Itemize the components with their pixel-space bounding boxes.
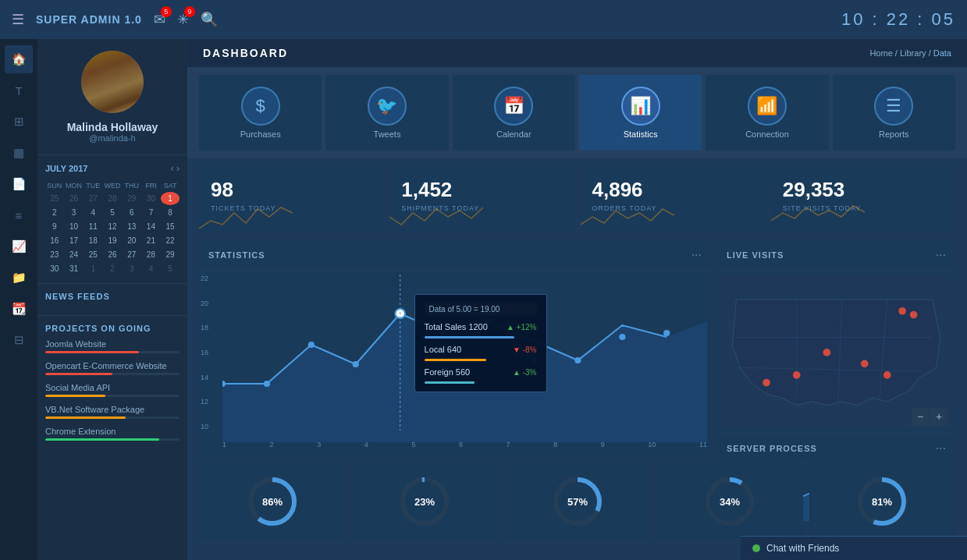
nav-home[interactable]: 🏠: [5, 45, 33, 73]
x-label: 6: [459, 441, 463, 448]
calendar-icon: 📅: [494, 87, 533, 126]
tooltip-bar-3: [425, 381, 475, 384]
cal-day[interactable]: 15: [161, 220, 180, 233]
cal-day-today[interactable]: 1: [161, 192, 180, 205]
mail-icon-badge[interactable]: ✉ 5: [154, 11, 165, 28]
hamburger-icon[interactable]: ☰: [12, 11, 24, 28]
cal-day[interactable]: 6: [123, 206, 141, 219]
cal-day[interactable]: 26: [65, 192, 84, 205]
widget-tweets[interactable]: 🐦 Tweets: [325, 75, 448, 151]
cal-day[interactable]: 3: [123, 262, 141, 275]
chat-widget[interactable]: Chat with Friends: [741, 536, 967, 560]
stat-orders: 4,896 ORDERS TODAY: [581, 166, 765, 232]
widget-calendar[interactable]: 📅 Calendar: [453, 75, 575, 151]
cal-day[interactable]: 2: [45, 206, 64, 219]
cal-day[interactable]: 24: [65, 248, 84, 261]
breadcrumb-library[interactable]: Library: [900, 48, 926, 58]
nav-calendar[interactable]: 📆: [5, 295, 33, 323]
cal-day[interactable]: 14: [142, 220, 161, 233]
widget-connection[interactable]: 📶 Connection: [706, 75, 828, 151]
live-visits-header: LIVE VISITS ···: [717, 240, 955, 271]
mail-badge: 5: [161, 6, 172, 17]
nav-chart[interactable]: 📈: [5, 232, 33, 261]
cal-day[interactable]: 20: [123, 234, 141, 247]
reports-label: Reports: [841, 129, 947, 139]
nav-list[interactable]: ≡: [5, 201, 33, 229]
cal-day[interactable]: 7: [142, 206, 161, 219]
cal-day[interactable]: 16: [45, 234, 64, 247]
cal-day[interactable]: 4: [84, 206, 102, 219]
nav-folder[interactable]: 📁: [5, 264, 33, 292]
search-icon[interactable]: 🔍: [201, 11, 218, 28]
project-name: Joomla Website: [45, 339, 180, 349]
cal-day[interactable]: 5: [103, 206, 122, 219]
cal-day[interactable]: 30: [142, 192, 161, 205]
donut-card-4: 34%: [656, 463, 802, 541]
x-label: 3: [317, 441, 321, 448]
cal-day[interactable]: 28: [142, 248, 161, 261]
nav-table[interactable]: ▦: [5, 139, 33, 167]
cal-day[interactable]: 23: [45, 248, 64, 261]
cal-day[interactable]: 11: [84, 220, 102, 233]
donut-svg-2: 23%: [397, 474, 452, 529]
widget-purchases[interactable]: $ Purchases: [199, 75, 322, 151]
brand-title: SUPER ADMIN 1.0: [36, 13, 142, 26]
calendar-next[interactable]: ›: [176, 163, 180, 174]
cal-day[interactable]: 5: [161, 262, 180, 275]
cal-day[interactable]: 29: [161, 248, 180, 261]
statistics-panel-title: STATISTICS: [208, 250, 265, 260]
cal-day[interactable]: 28: [103, 192, 122, 205]
donut-card-5: 81%: [809, 463, 955, 541]
nav-text[interactable]: T: [5, 76, 33, 105]
clock: 10 : 22 : 05: [841, 9, 955, 30]
cal-day[interactable]: 22: [161, 234, 180, 247]
stat-tickets-value: 98: [211, 178, 372, 202]
widget-reports[interactable]: ☰ Reports: [833, 75, 955, 151]
cal-day[interactable]: 30: [45, 262, 64, 275]
cal-day[interactable]: 13: [123, 220, 141, 233]
cal-day[interactable]: 2: [103, 262, 122, 275]
cal-day[interactable]: 10: [65, 220, 84, 233]
cal-day[interactable]: 17: [65, 234, 84, 247]
donut-svg-1: 86%: [245, 474, 300, 529]
cal-day[interactable]: 8: [161, 206, 180, 219]
cal-day[interactable]: 26: [103, 248, 122, 261]
cal-day[interactable]: 27: [84, 192, 102, 205]
notif-icon-badge[interactable]: ✳ 9: [177, 11, 189, 28]
progress-fill: [45, 438, 159, 441]
cal-day[interactable]: 1: [84, 262, 102, 275]
profile-handle: @malinda-h: [49, 133, 176, 143]
cal-day[interactable]: 12: [103, 220, 122, 233]
bottom-panels: STATISTICS ··· 22 20 18 16 14 12 10: [187, 240, 967, 463]
nav-grid[interactable]: ⊞: [5, 108, 33, 136]
widget-statistics[interactable]: 📊 Statistics: [579, 75, 702, 151]
nav-doc[interactable]: 📄: [5, 170, 33, 198]
cal-day[interactable]: 3: [65, 206, 84, 219]
cal-day[interactable]: 18: [84, 234, 102, 247]
cal-day[interactable]: 9: [45, 220, 64, 233]
y-label: 12: [201, 398, 208, 406]
calendar-prev[interactable]: ‹: [171, 163, 174, 174]
map-zoom-in[interactable]: +: [930, 408, 947, 425]
cal-day[interactable]: 31: [65, 262, 84, 275]
statistics-panel-menu[interactable]: ···: [691, 248, 702, 262]
cal-day[interactable]: 25: [45, 192, 64, 205]
live-visits-menu[interactable]: ···: [936, 248, 946, 262]
cal-day[interactable]: 25: [84, 248, 102, 261]
tooltip-row-3: Foreign 560 ▲ -3%: [425, 367, 537, 377]
cal-day[interactable]: 21: [142, 234, 161, 247]
x-label: 11: [699, 441, 707, 448]
cal-day[interactable]: 27: [123, 248, 141, 261]
progress-bar: [45, 373, 180, 375]
tooltip-change-2: ▼ -8%: [513, 346, 536, 354]
cal-day[interactable]: 4: [142, 262, 161, 275]
server-process-menu[interactable]: ···: [936, 441, 946, 455]
nav-rows[interactable]: ⊟: [5, 326, 33, 354]
topbar: ☰ SUPER ADMIN 1.0 ✉ 5 ✳ 9 🔍 10 : 22 : 05: [0, 0, 967, 39]
project-item: Opencart E-Commerce Website: [45, 361, 180, 375]
cal-day[interactable]: 29: [123, 192, 141, 205]
cal-day[interactable]: 19: [103, 234, 122, 247]
breadcrumb-home[interactable]: Home: [869, 48, 892, 58]
map-zoom-out[interactable]: −: [912, 408, 929, 425]
y-label: 18: [201, 324, 208, 331]
